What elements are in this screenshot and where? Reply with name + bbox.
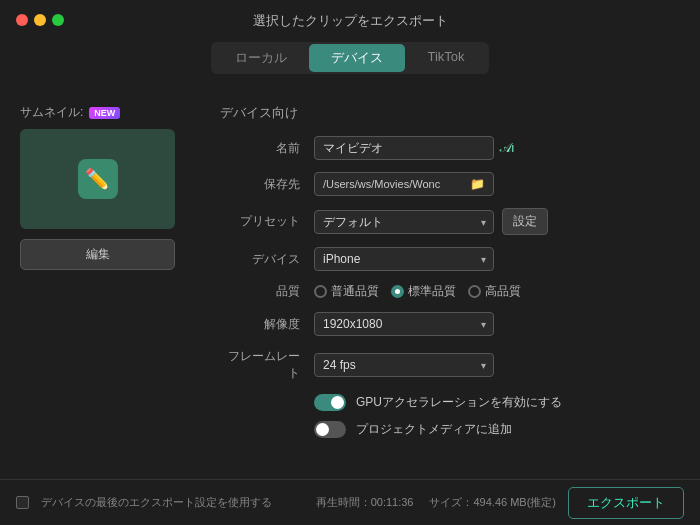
thumbnail-label: サムネイル: NEW [20,104,190,121]
framerate-select[interactable]: 24 fps [314,353,494,377]
resolution-select[interactable]: 1920x1080 [314,312,494,336]
gpu-toggle-label: GPUアクセラレーションを有効にする [356,394,562,411]
new-badge: NEW [89,107,120,119]
preset-select[interactable]: デフォルト [314,210,494,234]
quality-medium[interactable]: 標準品質 [391,283,456,300]
traffic-lights [16,14,64,26]
tab-bar: ローカル デバイス TikTok [211,42,488,74]
right-panel: デバイス向け 名前 𝒜ı 保存先 /Users/ws/Movies/Wonc 📁… [210,104,680,499]
ai-icon[interactable]: 𝒜ı [500,140,515,156]
left-panel: サムネイル: NEW ✏️ 編集 [20,104,210,499]
tab-device[interactable]: デバイス [309,44,405,72]
radio-high [468,285,481,298]
path-input[interactable]: /Users/ws/Movies/Wonc 📁 [314,172,494,196]
save-label: 保存先 [220,176,300,193]
resolution-label: 解像度 [220,316,300,333]
close-button[interactable] [16,14,28,26]
path-text: /Users/ws/Movies/Wonc [323,178,466,190]
media-toggle[interactable] [314,421,346,438]
maximize-button[interactable] [52,14,64,26]
size-text: サイズ：494.46 MB(推定) [429,495,556,510]
name-label: 名前 [220,140,300,157]
preset-row: プリセット デフォルト ▾ 設定 [220,208,680,235]
media-toggle-thumb [316,423,329,436]
gpu-toggle-row: GPUアクセラレーションを有効にする [220,394,680,411]
settings-button[interactable]: 設定 [502,208,548,235]
quality-high[interactable]: 高品質 [468,283,521,300]
preset-label: プリセット [220,213,300,230]
resolution-row: 解像度 1920x1080 ▾ [220,312,680,336]
settings-checkbox-label: デバイスの最後のエクスポート設定を使用する [41,495,304,510]
name-row: 名前 𝒜ı [220,136,680,160]
window-title: 選択したクリップをエクスポート [253,12,448,30]
gpu-toggle-thumb [331,396,344,409]
settings-checkbox[interactable] [16,496,29,509]
edit-button[interactable]: 編集 [20,239,175,270]
tab-local[interactable]: ローカル [213,44,309,72]
save-path-row: 保存先 /Users/ws/Movies/Wonc 📁 [220,172,680,196]
main-content: サムネイル: NEW ✏️ 編集 デバイス向け 名前 𝒜ı 保存先 /Users… [0,104,700,499]
device-select[interactable]: iPhone [314,247,494,271]
device-row: デバイス iPhone ▾ [220,247,680,271]
title-bar: 選択したクリップをエクスポート [0,0,700,38]
thumbnail-icon: ✏️ [78,159,118,199]
quality-low[interactable]: 普通品質 [314,283,379,300]
section-title: デバイス向け [220,104,680,122]
framerate-row: フレームレート 24 fps ▾ [220,348,680,382]
gpu-toggle[interactable] [314,394,346,411]
media-toggle-row: プロジェクトメディアに追加 [220,421,680,438]
bottom-bar: デバイスの最後のエクスポート設定を使用する 再生時間：00:11:36 サイズ：… [0,479,700,525]
name-input[interactable] [314,136,494,160]
quality-row: 品質 普通品質 標準品質 高品質 [220,283,680,300]
radio-low [314,285,327,298]
thumbnail-box: ✏️ [20,129,175,229]
duration-text: 再生時間：00:11:36 [316,495,414,510]
framerate-label: フレームレート [220,348,300,382]
device-select-wrap: iPhone ▾ [314,247,494,271]
tab-tiktok[interactable]: TikTok [405,44,486,72]
framerate-select-wrap: 24 fps ▾ [314,353,494,377]
media-toggle-label: プロジェクトメディアに追加 [356,421,512,438]
quality-options: 普通品質 標準品質 高品質 [314,283,521,300]
radio-medium [391,285,404,298]
device-label: デバイス [220,251,300,268]
export-button[interactable]: エクスポート [568,487,684,519]
quality-label: 品質 [220,283,300,300]
resolution-select-wrap: 1920x1080 ▾ [314,312,494,336]
minimize-button[interactable] [34,14,46,26]
folder-icon: 📁 [470,177,485,191]
bottom-meta: 再生時間：00:11:36 サイズ：494.46 MB(推定) [316,495,556,510]
preset-select-wrap: デフォルト ▾ [314,210,494,234]
